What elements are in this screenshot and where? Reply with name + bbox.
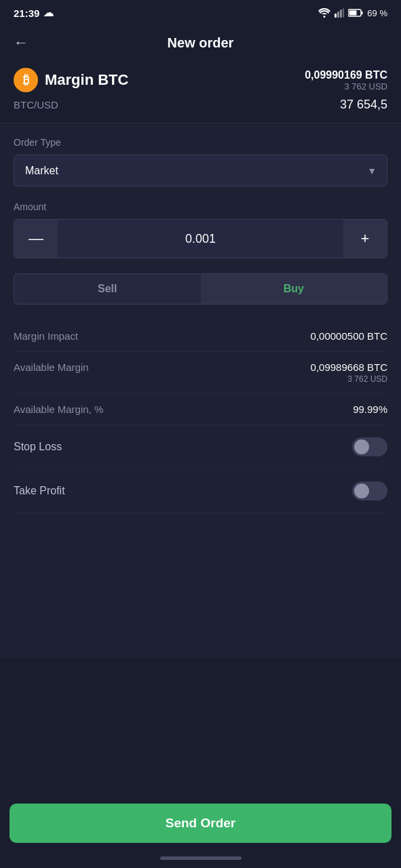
pair-price: 37 654,5 (340, 98, 387, 112)
svg-rect-5 (362, 12, 363, 15)
toggle-thumb-2 (354, 484, 369, 498)
toggle-thumb (354, 439, 369, 454)
svg-rect-0 (335, 14, 337, 18)
back-button[interactable]: ← (14, 31, 34, 54)
available-margin-btc: 0,09989668 BTC (311, 361, 387, 373)
account-balance: 0,09990169 BTC 3 762 USD (305, 69, 387, 92)
stop-loss-label: Stop Loss (14, 441, 62, 453)
margin-impact-label: Margin Impact (14, 330, 78, 342)
take-profit-toggle[interactable] (352, 481, 387, 500)
svg-rect-1 (337, 12, 339, 18)
status-right: 69 % (318, 8, 387, 18)
svg-rect-3 (343, 8, 344, 18)
order-type-label: Order Type (14, 137, 387, 148)
home-indicator (0, 851, 401, 868)
available-margin-label: Available Margin (14, 361, 89, 373)
account-name: Margin BTC (45, 71, 128, 89)
wifi-icon (318, 8, 330, 18)
app-header: ← New order (0, 23, 401, 65)
send-order-button[interactable]: Send Order (9, 804, 392, 843)
battery-label: 69 % (367, 8, 387, 18)
sell-button[interactable]: Sell (14, 274, 201, 304)
status-time: 21:39 ☁ (14, 7, 54, 19)
pair-row: BTC/USD 37 654,5 (0, 94, 401, 123)
battery-icon (348, 9, 363, 17)
order-type-wrapper: Market Limit Stop ▼ (14, 155, 387, 186)
btc-balance: 0,09990169 BTC (305, 69, 387, 81)
take-profit-label: Take Profit (14, 485, 65, 497)
stop-loss-row: Stop Loss (14, 425, 387, 469)
order-type-select[interactable]: Market Limit Stop (14, 155, 387, 186)
home-bar (160, 856, 242, 860)
available-margin-pct-label: Available Margin, % (14, 403, 103, 415)
account-row: ₿ Margin BTC 0,09990169 BTC 3 762 USD (0, 65, 401, 94)
time-label: 21:39 (14, 7, 39, 19)
svg-rect-2 (340, 9, 342, 18)
decrement-button[interactable]: — (14, 220, 58, 258)
available-margin-usd: 3 762 USD (311, 374, 387, 384)
amount-control: — 0.001 + (14, 219, 387, 258)
form-section: Order Type Market Limit Stop ▼ Amount — … (0, 123, 401, 658)
pair-label: BTC/USD (14, 99, 58, 111)
svg-rect-6 (349, 11, 357, 16)
trade-toggle: Sell Buy (14, 273, 387, 304)
take-profit-row: Take Profit (14, 469, 387, 513)
spacer (0, 658, 401, 795)
stop-loss-toggle[interactable] (352, 437, 387, 456)
page-title: New order (168, 35, 234, 51)
amount-label: Amount (14, 201, 387, 212)
account-left: ₿ Margin BTC (14, 68, 128, 92)
available-margin-pct-row: Available Margin, % 99.99% (14, 394, 387, 425)
usd-balance: 3 762 USD (305, 81, 387, 92)
btc-icon: ₿ (14, 68, 38, 92)
available-margin-row: Available Margin 0,09989668 BTC 3 762 US… (14, 352, 387, 394)
amount-value: 0.001 (58, 232, 343, 246)
margin-impact-row: Margin Impact 0,00000500 BTC (14, 321, 387, 352)
status-bar: 21:39 ☁ 69 % (0, 0, 401, 23)
margin-impact-value: 0,00000500 BTC (311, 330, 387, 342)
increment-button[interactable]: + (343, 220, 387, 258)
available-margin-pct-value: 99.99% (353, 403, 387, 415)
buy-button[interactable]: Buy (201, 274, 387, 304)
signal-icon (335, 8, 344, 18)
cloud-icon: ☁ (43, 7, 54, 19)
